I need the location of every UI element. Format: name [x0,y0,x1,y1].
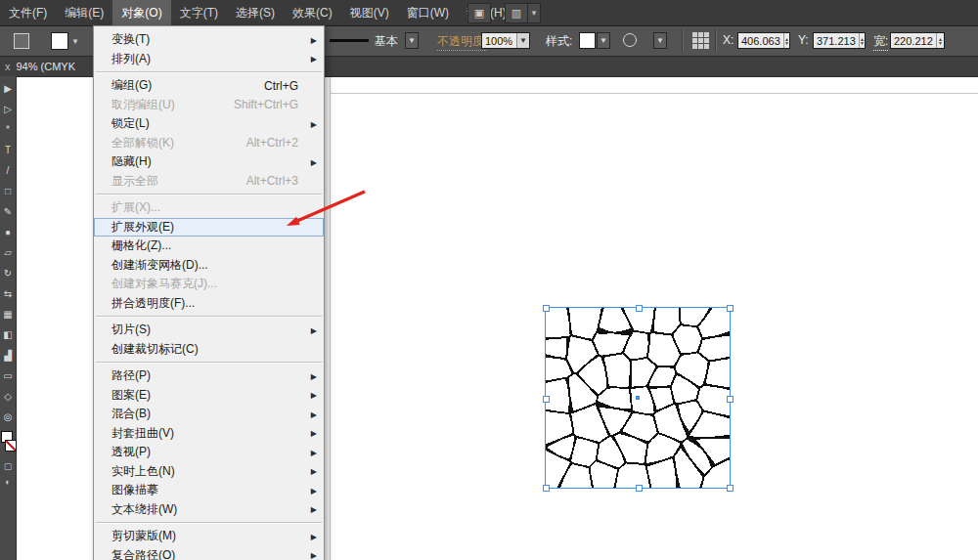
magic-wand-tool-icon[interactable]: * [0,119,17,140]
go-to-bridge-icon[interactable]: ▣ [467,3,491,23]
menu-item[interactable]: 复合路径(O)▶ [94,546,324,560]
spinner[interactable]: ▲ ▼ [783,33,789,48]
tools-panel: ▶▷*T/□✎●▱↻⇆▦◧▟▭◇◎ ▢ ◐ [0,76,17,560]
brush-definition-dropdown[interactable]: ▼ [405,32,419,49]
menu-item[interactable]: 变换(T)▶ [94,30,324,50]
eraser-tool-icon[interactable]: ▱ [0,242,17,263]
graphic-style-swatch[interactable] [579,32,596,49]
menu-item-label: 透视(P) [111,444,151,460]
menu-item[interactable]: 封套扭曲(V)▶ [94,424,324,444]
menu-item-label: 复合路径(O) [111,547,175,560]
draw-mode-button[interactable]: ▢ [0,458,17,474]
menu-item-label: 拼合透明度(F)... [111,295,195,312]
selection-handle-w[interactable] [543,396,550,403]
menubar-item[interactable]: 文件(F) [0,0,56,25]
menu-item[interactable]: 图像描摹▶ [94,481,324,500]
line-segment-tool-icon[interactable]: / [0,160,17,181]
selection-handle-sw[interactable] [543,485,550,492]
menu-item[interactable]: 实时上色(N)▶ [94,462,324,482]
submenu-arrow-icon: ▶ [311,505,317,514]
align-panel-icon[interactable] [692,32,709,49]
mosaic-pattern-object[interactable] [545,307,731,489]
paintbrush-tool-icon[interactable]: ✎ [0,201,17,222]
width-value: 220.212 [891,35,936,47]
graphic-style-label: 样式: [546,33,572,50]
menu-item-label: 创建裁切标记(C) [111,341,199,358]
spinner-down-icon[interactable]: ▼ [860,41,865,45]
y-input[interactable]: 371.213 ▲ ▼ [813,32,866,49]
opacity-link[interactable]: 不透明度: [437,33,487,51]
width-input[interactable]: 220.212 ▲ ▼ [890,32,945,49]
menubar-item[interactable]: 对象(O) [112,0,170,25]
type-tool-icon[interactable]: T [0,140,17,160]
chevron-down-icon[interactable]: ▼ [516,33,529,48]
fill-color-control[interactable]: ▼ [51,32,79,50]
menu-item[interactable]: 排列(A)▶ [94,50,324,69]
blob-brush-tool-icon[interactable]: ● [0,222,17,242]
gradient-tool-icon[interactable]: ◧ [0,324,17,345]
y-value: 371.213 [814,35,859,47]
menu-separator [96,194,322,195]
fill-color-swatch[interactable] [51,32,68,50]
menu-item[interactable]: 锁定(L)▶ [94,114,324,134]
close-icon[interactable]: x [0,61,17,72]
rectangle-tool-icon[interactable]: □ [0,181,17,201]
menubar-item[interactable]: 窗口(W) [398,0,458,25]
selection-handle-se[interactable] [727,485,734,492]
direct-selection-tool-icon[interactable]: ▷ [0,99,17,119]
menu-item[interactable]: 混合(B)▶ [94,405,324,424]
menu-item[interactable]: 透视(P)▶ [94,443,324,462]
menu-separator [96,316,322,318]
extra-options-dropdown[interactable]: ▼ [653,32,667,49]
submenu-arrow-icon: ▶ [311,55,317,64]
x-input[interactable]: 406.063 ▲ ▼ [737,32,790,49]
menu-item[interactable]: 扩展外观(E) [94,218,324,237]
menu-item[interactable]: 文本绕排(W)▶ [94,500,324,520]
divider [715,29,717,52]
spinner-down-icon[interactable]: ▼ [784,41,789,45]
menu-item[interactable]: 拼合透明度(F)... [94,294,324,314]
fill-stroke-indicator[interactable] [0,431,17,458]
menu-item[interactable]: 隐藏(H)▶ [94,152,324,172]
graphic-style-dropdown[interactable]: ▼ [597,32,610,49]
menu-item[interactable]: 栅格化(Z)... [94,237,324,256]
selection-handle-ne[interactable] [727,305,734,312]
width-label[interactable]: 宽: [873,33,888,51]
opacity-field[interactable]: 100% ▼ [481,32,530,49]
menu-item[interactable]: 路径(P)▶ [94,366,324,386]
hand-tool-icon[interactable]: ◇ [0,386,17,407]
rotate-tool-icon[interactable]: ↻ [0,263,17,283]
menu-item[interactable]: 图案(E)▶ [94,386,324,406]
selection-tool-icon[interactable]: ▶ [0,78,17,99]
selection-handle-n[interactable] [636,305,643,312]
menu-item[interactable]: 创建裁切标记(C) [94,340,324,360]
recolor-artwork-icon[interactable] [623,33,637,47]
menubar-item[interactable]: 选择(S) [227,0,284,25]
selection-handle-nw[interactable] [543,305,550,312]
width-tool-icon[interactable]: ⇆ [0,283,17,304]
menubar-item[interactable]: 文字(T) [171,0,227,25]
menubar-item[interactable]: 视图(V) [341,0,398,25]
artboard-tool-icon[interactable]: ▭ [0,366,17,386]
spinner-down-icon[interactable]: ▼ [938,41,943,45]
submenu-arrow-icon: ▶ [311,429,317,438]
arrange-documents-control[interactable]: ▥ ▼ [505,3,541,23]
menu-item[interactable]: 创建渐变网格(D)... [94,256,324,276]
spinner[interactable]: ▲ ▼ [859,33,865,48]
mesh-tool-icon[interactable]: ▦ [0,304,17,324]
menu-item[interactable]: 编组(G)Ctrl+G [94,76,324,96]
menu-item-label: 全部解锁(K) [111,135,174,151]
menu-bar-icons: ▣ ▥ ▼ [467,3,541,23]
menu-separator [96,522,322,524]
zoom-tool-icon[interactable]: ◎ [0,407,17,427]
screen-mode-button[interactable]: ◐ [0,474,17,490]
selection-handle-e[interactable] [727,396,734,403]
menu-item[interactable]: 剪切蒙版(M)▶ [94,527,324,546]
column-graph-tool-icon[interactable]: ▟ [0,345,17,366]
menubar-item[interactable]: 编辑(E) [56,0,112,25]
spinner[interactable]: ▲ ▼ [936,33,944,48]
menu-item[interactable]: 切片(S)▶ [94,321,324,340]
selection-handle-s[interactable] [636,485,643,492]
stroke-none-swatch[interactable] [5,440,17,452]
menubar-item[interactable]: 效果(C) [284,0,341,25]
